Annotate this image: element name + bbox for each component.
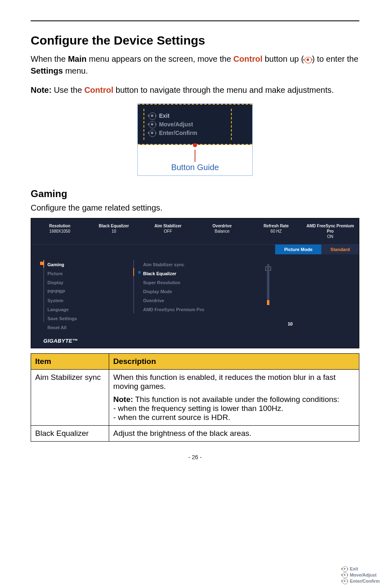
osd-menu-picture[interactable]: Picture bbox=[47, 269, 129, 278]
table-cell-desc: Adjust the brightness of the black areas… bbox=[109, 426, 359, 442]
heading-configure: Configure the Device Settings bbox=[31, 34, 359, 47]
button-guide-osd-hint: Exit Move/Adjust Enter/Confirm bbox=[138, 104, 252, 145]
main-word: Main bbox=[68, 54, 87, 63]
table-row: Black Equalizer Adjust the brightness of… bbox=[31, 426, 359, 442]
osd-submenu: Aim Stabilizer sync Black Equalizer Supe… bbox=[133, 254, 235, 338]
table-row: Aim Stabilizer sync When this function i… bbox=[31, 370, 359, 426]
slider-value: 10 bbox=[288, 321, 293, 326]
guide-move-label: Move/Adjust bbox=[159, 121, 193, 128]
joystick-icon bbox=[304, 57, 312, 63]
text: button to navigate through the menu and … bbox=[113, 85, 334, 94]
osd-menu-display[interactable]: Display bbox=[47, 278, 129, 287]
osd-sub-superres[interactable]: Super Resolution bbox=[137, 278, 231, 287]
description-table: Item Description Aim Stabilizer sync Whe… bbox=[31, 353, 359, 442]
osd-status-bar: Resolution1680X1050 Black Equalizer10 Ai… bbox=[31, 218, 359, 245]
gaming-subtext: Configure the game related settings. bbox=[31, 202, 359, 214]
osd-mode-bar: Picture Mode Standard bbox=[31, 245, 359, 254]
joystick-all-icon bbox=[148, 121, 157, 128]
desc-bullet: - when the frequency setting is lower th… bbox=[113, 404, 355, 413]
osd-footer: GIGABYTE™ Exit Move/Adjust Enter/Confirm bbox=[31, 338, 359, 348]
osd-status-resolution: Resolution1680X1050 bbox=[34, 223, 85, 239]
callout-handle bbox=[193, 143, 197, 147]
osd-menu-resetall[interactable]: Reset All bbox=[47, 323, 129, 332]
slider-track bbox=[267, 264, 269, 305]
button-guide-figure: Exit Move/Adjust Enter/Confirm Button Gu… bbox=[31, 103, 359, 176]
table-cell-item: Aim Stabilizer sync bbox=[31, 370, 109, 426]
text: When the bbox=[31, 54, 68, 63]
table-header-desc: Description bbox=[109, 354, 359, 370]
guide-exit-label: Exit bbox=[159, 112, 170, 119]
text: menu. bbox=[63, 66, 88, 75]
osd-brand-logo: GIGABYTE™ bbox=[43, 338, 78, 344]
button-guide-label: Button Guide bbox=[138, 163, 252, 172]
osd-sub-freesync[interactable]: AMD FreeSync Premium Pro bbox=[137, 305, 231, 314]
text: button up ( bbox=[262, 54, 304, 63]
callout-line bbox=[195, 150, 195, 162]
control-word: Control bbox=[84, 85, 113, 94]
osd-sub-overdrive[interactable]: Overdrive bbox=[137, 296, 231, 305]
desc-text: When this function is enabled, it reduce… bbox=[113, 373, 355, 391]
osd-left-indicator bbox=[43, 260, 44, 322]
text: Use the bbox=[52, 85, 84, 94]
note-label: Note: bbox=[31, 85, 52, 94]
osd-status-blackeq: Black Equalizer10 bbox=[88, 223, 139, 239]
osd-status-refresh: Refresh Rate60 HZ bbox=[251, 223, 301, 239]
note-paragraph: Note: Use the Control button to navigate… bbox=[31, 84, 359, 96]
osd-left-menu: Gaming Picture Display PIP/PBP System La… bbox=[31, 254, 133, 338]
joystick-press-icon bbox=[148, 130, 157, 136]
osd-sub-displaymode[interactable]: Display Mode bbox=[137, 287, 231, 296]
desc-bullet: - when the current source is HDR. bbox=[113, 413, 355, 422]
osd-main: Gaming Picture Display PIP/PBP System La… bbox=[31, 254, 359, 338]
osd-status-aimstab: Aim StabilizerOFF bbox=[143, 223, 193, 239]
table-cell-item: Black Equalizer bbox=[31, 426, 109, 442]
osd-menu-pippbp[interactable]: PIP/PBP bbox=[47, 287, 129, 296]
osd-sub-blackeq[interactable]: Black Equalizer bbox=[137, 269, 231, 278]
intro-paragraph: When the Main menu appears on the screen… bbox=[31, 53, 359, 77]
osd-picture-mode-label[interactable]: Picture Mode bbox=[275, 245, 321, 254]
button-guide-box: Exit Move/Adjust Enter/Confirm Button Gu… bbox=[137, 103, 253, 176]
osd-menu-gaming[interactable]: Gaming bbox=[47, 260, 129, 269]
osd-right-area bbox=[301, 254, 359, 338]
top-rule bbox=[31, 20, 359, 21]
osd-sub-aimstab[interactable]: Aim Stabilizer sync bbox=[137, 260, 231, 269]
osd-mid-indicator bbox=[133, 260, 134, 313]
guide-enter-label: Enter/Confirm bbox=[159, 130, 197, 136]
settings-word: Settings bbox=[31, 66, 63, 75]
text: menu appears on the screen, move the bbox=[87, 54, 233, 63]
osd-status-overdrive: OverdriveBalance bbox=[197, 223, 247, 239]
control-word: Control bbox=[233, 54, 262, 63]
osd-panel: Resolution1680X1050 Black Equalizer10 Ai… bbox=[31, 218, 359, 348]
osd-menu-language[interactable]: Language bbox=[47, 305, 129, 314]
osd-status-freesync: AMD FreeSync Premium ProON bbox=[305, 223, 356, 239]
osd-slider[interactable]: 10 bbox=[235, 254, 301, 338]
table-cell-desc: When this function is enabled, it reduce… bbox=[109, 370, 359, 426]
page-number: - 26 - bbox=[31, 454, 359, 460]
button-guide-caption: Button Guide bbox=[138, 145, 252, 175]
osd-menu-system[interactable]: System bbox=[47, 296, 129, 305]
osd-menu-savesettings[interactable]: Save Settings bbox=[47, 314, 129, 323]
osd-picture-mode-value[interactable]: Standard bbox=[321, 245, 359, 254]
joystick-left-icon bbox=[148, 112, 157, 119]
table-header-item: Item bbox=[31, 354, 109, 370]
text: ) to enter the bbox=[312, 54, 358, 63]
desc-note: Note: This function is not available und… bbox=[113, 395, 355, 404]
heading-gaming: Gaming bbox=[31, 188, 359, 200]
